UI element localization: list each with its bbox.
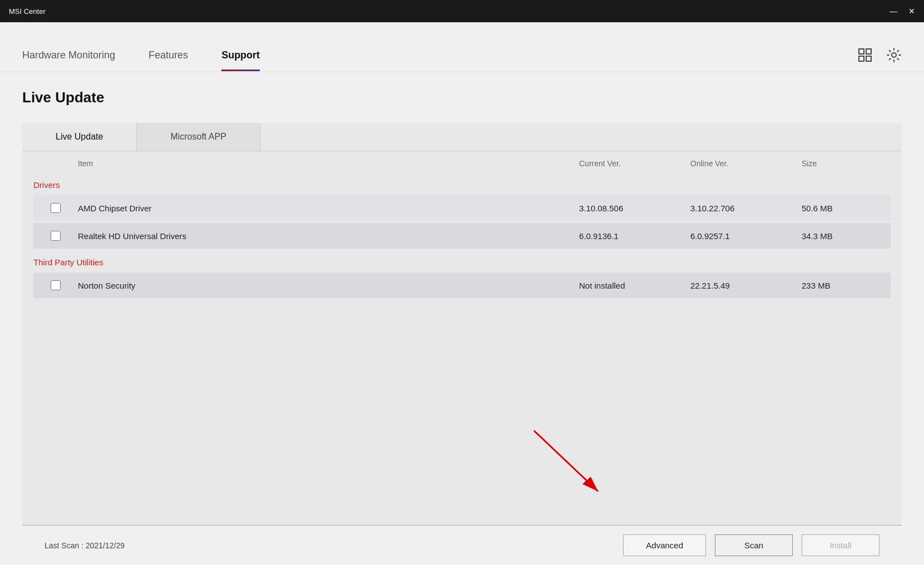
svg-point-4 [892,53,896,57]
nav-tabs: Hardware Monitoring Features Support [22,49,260,72]
svg-rect-3 [866,56,871,61]
row-online-norton: 22.21.5.49 [690,281,802,290]
page-content: Live Update Live Update Microsoft APP It… [0,72,924,565]
row-name-amd: AMD Chipset Driver [78,204,579,213]
tab-hardware-monitoring[interactable]: Hardware Monitoring [22,49,115,72]
svg-rect-0 [859,49,864,54]
checkbox-realtek[interactable] [51,231,61,241]
row-checkbox-norton[interactable] [33,280,78,290]
close-button[interactable]: ✕ [908,7,915,15]
col-size: Size [802,159,891,168]
checkbox-amd[interactable] [51,203,61,213]
table-header: Item Current Ver. Online Ver. Size [33,151,891,174]
col-checkbox [33,159,78,168]
table-row: Realtek HD Universal Drivers 6.0.9136.1 … [33,223,891,249]
last-scan-label: Last Scan : 2021/12/29 [45,541,125,550]
install-button[interactable]: Install [802,534,879,556]
row-name-realtek: Realtek HD Universal Drivers [78,231,579,241]
row-checkbox-amd[interactable] [33,203,78,213]
table-row: AMD Chipset Driver 3.10.08.506 3.10.22.7… [33,195,891,221]
page-title: Live Update [22,89,902,106]
tab-features[interactable]: Features [149,49,188,72]
tab-microsoft-app[interactable]: Microsoft APP [137,123,260,151]
svg-rect-1 [866,49,871,54]
row-online-amd: 3.10.22.706 [690,204,802,213]
row-current-amd: 3.10.08.506 [579,204,690,213]
col-item: Item [78,159,579,168]
window-controls: — ✕ [890,7,915,15]
section-drivers: Drivers [33,174,891,195]
row-current-realtek: 6.0.9136.1 [579,231,690,241]
sub-tabs: Live Update Microsoft APP [22,123,902,151]
title-bar: MSI Center — ✕ [0,0,924,22]
gear-icon [886,47,902,63]
row-online-realtek: 6.0.9257.1 [690,231,802,241]
scan-button[interactable]: Scan [715,534,793,556]
col-online-ver: Online Ver. [690,159,802,168]
nav-bar: Hardware Monitoring Features Support [0,22,924,72]
bottom-buttons: Advanced Scan Install [623,534,879,556]
row-name-norton: Norton Security [78,281,579,290]
tab-live-update[interactable]: Live Update [22,123,137,151]
page-wrapper: Live Update Live Update Microsoft APP It… [0,72,924,565]
grid-icon-button[interactable] [857,47,873,65]
row-size-amd: 50.6 MB [802,204,891,213]
table-area: Item Current Ver. Online Ver. Size Drive… [22,151,902,525]
app-title: MSI Center [9,7,46,16]
advanced-button[interactable]: Advanced [623,534,706,556]
nav-icons [857,47,902,72]
table-row: Norton Security Not installed 22.21.5.49… [33,272,891,298]
svg-rect-2 [859,56,864,61]
app-body: Hardware Monitoring Features Support [0,22,924,565]
sub-tabs-container: Live Update Microsoft APP Item Current V… [22,123,902,525]
settings-icon-button[interactable] [886,47,902,65]
section-third-party: Third Party Utilities [33,251,891,272]
grid-icon [857,47,873,63]
bottom-bar: Last Scan : 2021/12/29 Advanced Scan Ins… [22,525,902,565]
minimize-button[interactable]: — [890,7,897,15]
row-size-realtek: 34.3 MB [802,231,891,241]
col-current-ver: Current Ver. [579,159,690,168]
row-checkbox-realtek[interactable] [33,231,78,241]
tab-support[interactable]: Support [221,49,260,72]
row-size-norton: 233 MB [802,281,891,290]
checkbox-norton[interactable] [51,280,61,290]
row-current-norton: Not installed [579,281,690,290]
